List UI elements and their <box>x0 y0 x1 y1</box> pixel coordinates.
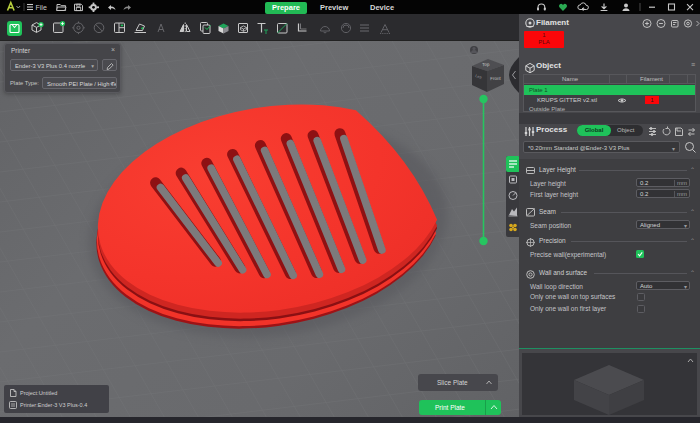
svg-text:Top: Top <box>482 62 490 68</box>
svg-text:Front: Front <box>490 76 501 82</box>
svg-text:File: File <box>36 4 47 11</box>
